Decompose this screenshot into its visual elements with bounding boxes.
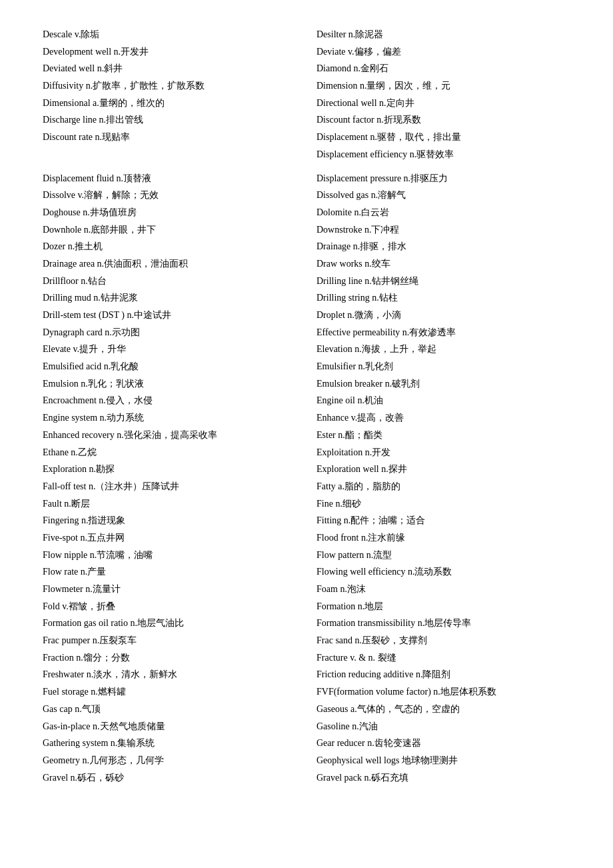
cell-left: Diffusivity n.扩散率，扩散性，扩散系数 [40, 78, 310, 94]
table-row: Doghouse n.井场值班房Dolomite n.白云岩 [40, 205, 573, 221]
cell-right: Effective permeability n.有效渗透率 [310, 325, 573, 341]
table-row: Five-spot n.五点井网Flood front n.注水前缘 [40, 530, 573, 546]
cell-left: Doghouse n.井场值班房 [40, 205, 310, 221]
cell-left: Dimensional a.量纲的，维次的 [40, 95, 310, 111]
cell-right: Foam n.泡沫 [310, 581, 573, 597]
table-row: Formation gas oil ratio n.地层气油比Formation… [40, 615, 573, 631]
cell-left: Gas-in-place n.天然气地质储量 [40, 719, 310, 735]
cell-left: Drainage area n.供油面积，泄油面积 [40, 256, 310, 272]
cell-right: Fine n.细砂 [310, 496, 573, 512]
cell-right: Displacement n.驱替，取代，排出量 [310, 129, 573, 145]
cell-left: Discount rate n.现贴率 [40, 129, 310, 145]
table-row: Displacement efficiency n.驱替效率 [40, 147, 573, 163]
cell-left: Gas cap n.气顶 [40, 701, 310, 717]
cell-right: Geophysical well logs 地球物理测井 [310, 753, 573, 769]
cell-right: Flow pattern n.流型 [310, 547, 573, 563]
table-row: Dynagraph card n.示功图Effective permeabili… [40, 325, 573, 341]
cell-right: FVF(formation volume factor) n.地层体积系数 [310, 684, 573, 700]
cell-right: Dissolved gas n.溶解气 [310, 187, 573, 203]
table-row: Development well n.开发井Deviate v.偏移，偏差 [40, 44, 573, 60]
cell-right: Drainage n.排驱，排水 [310, 239, 573, 255]
cell-right: Diamond n.金刚石 [310, 61, 573, 77]
cell-left: Geometry n.几何形态，几何学 [40, 753, 310, 769]
table-row: Drill-stem test (DST ) n.中途试井 Droplet n.… [40, 307, 573, 323]
table-row: Enhanced recovery n.强化采油，提高采收率Ester n.酯；… [40, 427, 573, 443]
table-row: Drillfloor n.钻台Drilling line n.钻井钢丝绳 [40, 273, 573, 289]
cell-right: Draw works n.绞车 [310, 256, 573, 272]
cell-right: Enhance v.提高，改善 [310, 410, 573, 426]
table-row: Gas cap n.气顶Gaseous a.气体的，气态的，空虚的 [40, 701, 573, 717]
cell-right: Drilling line n.钻井钢丝绳 [310, 273, 573, 289]
cell-left: Fraction n.馏分；分数 [40, 650, 310, 666]
cell-left: Downhole n.底部井眼，井下 [40, 222, 310, 238]
cell-left [40, 147, 310, 163]
cell-left: Deviated well n.斜井 [40, 61, 310, 77]
cell-right: Desilter n.除泥器 [310, 27, 573, 43]
cell-right: Gravel pack n.砾石充填 [310, 770, 573, 786]
table-row: Emulsion n.乳化；乳状液Emulsion breaker n.破乳剂 [40, 376, 573, 392]
table-row: Flowmeter n.流量计Foam n.泡沫 [40, 581, 573, 597]
cell-right: Emulsion breaker n.破乳剂 [310, 376, 573, 392]
table-row: Gravel n.砾石，砾砂Gravel pack n.砾石充填 [40, 770, 573, 786]
cell-left: Engine system n.动力系统 [40, 410, 310, 426]
cell-right: Dimension n.量纲，因次，维，元 [310, 78, 573, 94]
cell-right: Flood front n.注水前缘 [310, 530, 573, 546]
cell-left: Emulsion n.乳化；乳状液 [40, 376, 310, 392]
table-row: Diffusivity n.扩散率，扩散性，扩散系数Dimension n.量纲… [40, 78, 573, 94]
cell-right: Downstroke n.下冲程 [310, 222, 573, 238]
cell-right: Discount factor n.折现系数 [310, 112, 573, 128]
cell-left: Dissolve v.溶解，解除；无效 [40, 187, 310, 203]
cell-left: Dynagraph card n.示功图 [40, 325, 310, 341]
table-row: Drilling mud n.钻井泥浆Drilling string n.钻柱 [40, 290, 573, 306]
cell-right: Engine oil n.机油 [310, 393, 573, 409]
cell-left: Gravel n.砾石，砾砂 [40, 770, 310, 786]
cell-left: Fuel storage n.燃料罐 [40, 684, 310, 700]
cell-right: Gaseous a.气体的，气态的，空虚的 [310, 701, 573, 717]
table-row: Discount rate n.现贴率Displacement n.驱替，取代，… [40, 129, 573, 145]
table-row: Downhole n.底部井眼，井下Downstroke n.下冲程 [40, 222, 573, 238]
cell-left: Ethane n.乙烷 [40, 445, 310, 461]
table-row: Fall-off test n.（注水井）压降试井Fatty a.脂的，脂肪的 [40, 479, 573, 495]
cell-left: Gathering system n.集输系统 [40, 735, 310, 751]
table-row: Flow nipple n.节流嘴，油嘴Flow pattern n.流型 [40, 547, 573, 563]
cell-left: Fall-off test n.（注水井）压降试井 [40, 479, 310, 495]
cell-left: Formation gas oil ratio n.地层气油比 [40, 615, 310, 631]
table-row: Flow rate n.产量Flowing well efficiency n.… [40, 564, 573, 580]
table-row: Engine system n.动力系统Enhance v.提高，改善 [40, 410, 573, 426]
table-row: Encroachment n.侵入，水侵Engine oil n.机油 [40, 393, 573, 409]
table-row: Ethane n.乙烷Exploitation n.开发 [40, 445, 573, 461]
table-row: Fuel storage n.燃料罐FVF(formation volume f… [40, 684, 573, 700]
cell-left: Encroachment n.侵入，水侵 [40, 393, 310, 409]
cell-left: Five-spot n.五点井网 [40, 530, 310, 546]
cell-right: Elevation n.海拔，上升，举起 [310, 341, 573, 357]
cell-left: Elevate v.提升，升华 [40, 341, 310, 357]
cell-right: Frac sand n.压裂砂，支撑剂 [310, 633, 573, 649]
table-row: Dimensional a.量纲的，维次的Directional well n.… [40, 95, 573, 111]
table-row: Emulsified acid n.乳化酸Emulsifier n.乳化剂 [40, 359, 573, 375]
cell-right: Droplet n.微滴，小滴 [310, 307, 573, 323]
cell-right: Deviate v.偏移，偏差 [310, 44, 573, 60]
table-row: Elevate v.提升，升华Elevation n.海拔，上升，举起 [40, 341, 573, 357]
cell-left: Fingering n.指进现象 [40, 513, 310, 529]
cell-left: Drillfloor n.钻台 [40, 273, 310, 289]
table-row: Dozer n.推土机Drainage n.排驱，排水 [40, 239, 573, 255]
cell-right: Exploitation n.开发 [310, 445, 573, 461]
cell-right: Fatty a.脂的，脂肪的 [310, 479, 573, 495]
cell-right: Displacement efficiency n.驱替效率 [310, 147, 573, 163]
table-row: Frac pumper n.压裂泵车Frac sand n.压裂砂，支撑剂 [40, 633, 573, 649]
cell-right: Fitting n.配件；油嘴；适合 [310, 513, 573, 529]
table-row: Gas-in-place n.天然气地质储量Gasoline n.汽油 [40, 719, 573, 735]
cell-left: Descale v.除垢 [40, 27, 310, 43]
cell-right: Emulsifier n.乳化剂 [310, 359, 573, 375]
table-row: Fraction n.馏分；分数Fracture v. & n. 裂缝 [40, 650, 573, 666]
cell-left: Drill-stem test (DST ) n.中途试井 [40, 307, 310, 323]
table-row: Descale v.除垢Desilter n.除泥器 [40, 27, 573, 43]
table-row: Displacement fluid n.顶替液Displacement pre… [40, 171, 573, 187]
cell-right: Gear reducer n.齿轮变速器 [310, 735, 573, 751]
cell-right: Ester n.酯；酯类 [310, 427, 573, 443]
cell-left: Flowmeter n.流量计 [40, 581, 310, 597]
cell-right: Fracture v. & n. 裂缝 [310, 650, 573, 666]
cell-left: Freshwater n.淡水，清水，新鲜水 [40, 667, 310, 683]
table-row: Deviated well n.斜井Diamond n.金刚石 [40, 61, 573, 77]
cell-left: Flow rate n.产量 [40, 564, 310, 580]
